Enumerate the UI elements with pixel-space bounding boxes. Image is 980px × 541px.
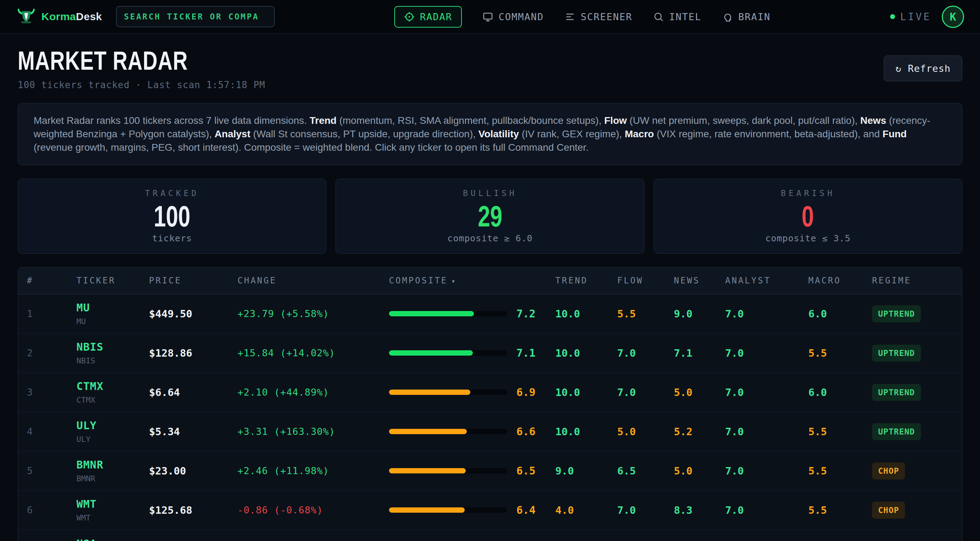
table-row[interactable]: 1 MU MU $449.50 +23.79 (+5.58%) 7.2 10.0… [18,294,962,334]
composite-bar [389,508,507,513]
stat-value: 0 [802,200,815,232]
row-rank: 6 [27,504,76,516]
change-value: +2.10 (+44.89%) [237,387,389,398]
ticker-symbol[interactable]: BMNR [76,458,149,471]
composite-score: 7.1 [516,347,536,359]
info-fragment: (revenue growth, margins, PEG, short int… [33,142,589,153]
change-value: +23.79 (+5.58%) [237,308,389,319]
refresh-button[interactable]: ↻ Refresh [884,56,962,81]
macro-score: 5.5 [808,426,872,438]
composite-bar [389,350,507,356]
column-header-label: # [27,275,33,286]
column-header-ticker[interactable]: TICKER [76,275,149,286]
macro-score: 5.5 [808,504,872,516]
column-header-composite[interactable]: COMPOSITE▾ [389,275,555,286]
topbar-right: LIVE K [890,6,964,28]
ticker-symbol[interactable]: CTMX [76,380,149,392]
nav-item-radar[interactable]: RADAR [394,6,462,28]
analyst-score: 7.0 [725,504,808,516]
nav-item-label: COMMAND [499,11,544,22]
change-value: +2.46 (+11.98%) [237,465,389,476]
column-header-label: TICKER [76,275,116,286]
analyst-score: 7.0 [725,426,808,438]
news-score: 7.1 [674,347,725,359]
stat-sub-label: tickers [152,233,192,243]
ticker-symbol[interactable]: ULY [76,419,149,432]
avatar[interactable]: K [942,6,964,28]
stat-label: BEARISH [781,189,835,198]
nav-item-brain[interactable]: BRAIN [722,11,770,22]
ticker-cell: NSA NSA [76,538,149,541]
column-header-flow[interactable]: FLOW [617,275,674,286]
price-value: $125.68 [149,504,237,516]
refresh-icon: ↻ [896,63,901,74]
composite-score: 6.9 [516,386,536,398]
composite-cell: 6.9 [389,386,555,398]
ticker-symbol[interactable]: WMT [76,498,149,510]
brand-logo[interactable]: KormaDesk [16,8,102,25]
live-label: LIVE [900,11,931,23]
column-header-label: COMPOSITE [389,275,448,286]
macro-score: 5.5 [808,465,872,477]
ticker-name: BMNR [76,474,149,483]
ticker-symbol[interactable]: NSA [76,538,149,541]
info-term: News [861,115,886,126]
regime-cell: UPTREND [872,384,953,401]
column-header-analyst[interactable]: ANALYST [725,275,808,286]
radar-icon [404,11,415,22]
news-score: 5.0 [674,387,725,398]
ticker-name: CTMX [76,396,149,404]
stat-sub-label: composite ≤ 3.5 [765,233,851,243]
live-dot-icon [890,14,895,19]
stat-value: 100 [154,200,191,232]
info-fragment: (VIX regime, rate environment, beta-adju… [654,129,883,139]
column-header-regime[interactable]: REGIME [872,275,953,286]
info-term: Analyst [215,129,250,139]
table-row[interactable]: 6 WMT WMT $125.68 -0.86 (-0.68%) 6.4 4.0… [18,491,962,530]
column-header-trend[interactable]: TREND [555,275,617,286]
row-rank: 2 [27,347,76,358]
nav-item-label: BRAIN [738,11,770,22]
table-row[interactable]: 4 ULY ULY $5.34 +3.31 (+163.30%) 6.6 10.… [18,412,962,452]
column-header-news[interactable]: NEWS [674,275,725,286]
info-text: Market Radar ranks 100 tickers across 7 … [18,103,962,165]
stat-cards: TRACKED 100 tickers BULLISH 29 composite… [18,179,962,254]
change-value: -0.86 (-0.68%) [237,504,389,516]
nav-item-intel[interactable]: INTEL [653,11,702,22]
regime-cell: UPTREND [872,345,953,361]
nav-item-label: INTEL [669,11,702,22]
top-navigation-bar: KormaDesk RADARCOMMANDSCREENERINTELBRAIN… [0,0,980,33]
ticker-cell: CTMX CTMX [76,380,149,404]
ticker-symbol[interactable]: NBIS [76,341,149,353]
search-input[interactable] [116,6,275,27]
table-row[interactable]: 3 CTMX CTMX $6.64 +2.10 (+44.89%) 6.9 10… [18,373,962,412]
table-row[interactable]: 2 NBIS NBIS $128.86 +15.84 (+14.02%) 7.1… [18,334,962,373]
column-header-rank[interactable]: # [27,275,76,286]
column-header-price[interactable]: PRICE [149,275,237,286]
composite-score: 6.4 [516,504,536,516]
composite-cell: 6.6 [389,425,555,438]
price-value: $449.50 [149,308,237,320]
composite-bar-fill [389,390,470,395]
composite-score: 7.2 [516,307,536,320]
info-term: Flow [604,115,627,126]
column-header-change[interactable]: CHANGE [237,275,389,286]
column-header-label: CHANGE [237,275,277,286]
change-value: +3.31 (+163.30%) [237,426,389,437]
nav-item-command[interactable]: COMMAND [482,11,544,22]
regime-badge: CHOP [872,502,905,519]
info-fragment: Market Radar ranks 100 tickers across 7 … [33,115,310,126]
table-row[interactable]: 7 NSA NSA $22.77 +2.70 (+22.44%) 6.4 10.… [18,530,962,541]
nav-item-screener[interactable]: SCREENER [565,11,632,22]
ticker-symbol[interactable]: MU [76,301,149,314]
table-row[interactable]: 5 BMNR BMNR $23.00 +2.46 (+11.98%) 6.5 9… [18,452,962,491]
column-header-macro[interactable]: MACRO [808,275,872,286]
composite-cell: 7.2 [389,307,555,320]
analyst-score: 7.0 [725,347,808,359]
refresh-label: Refresh [908,63,951,74]
composite-bar [389,429,507,434]
column-header-label: MACRO [808,275,841,286]
page-subtitle: 100 tickers tracked · Last scan 1:57:18 … [18,80,265,90]
macro-score: 6.0 [808,308,872,320]
info-fragment: (momentum, RSI, SMA alignment, pullback/… [337,115,604,126]
